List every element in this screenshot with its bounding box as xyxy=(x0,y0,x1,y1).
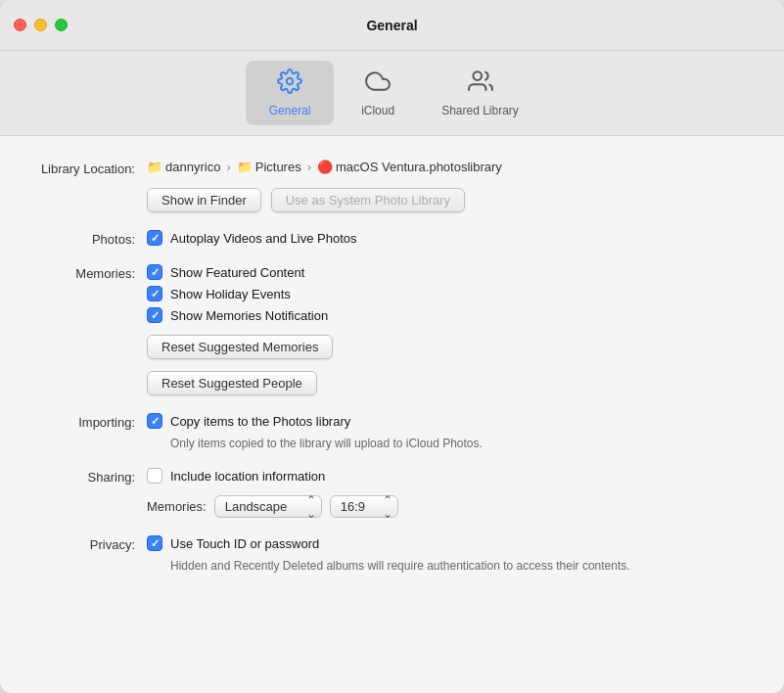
gear-icon xyxy=(277,69,302,100)
sharing-memories-label: Memories: xyxy=(147,499,207,514)
checkmark-icon: ✓ xyxy=(151,310,160,321)
library-location-section: Library Location: 📁 dannyrico › 📁 Pictur… xyxy=(39,160,745,212)
library-location-content: 📁 dannyrico › 📁 Pictures › 🔴 macOS Ventu… xyxy=(147,160,745,212)
window-title: General xyxy=(366,18,417,33)
memories-notification-label: Show Memories Notification xyxy=(170,308,328,323)
user-folder-icon: 📁 xyxy=(147,160,162,174)
checkmark-icon: ✓ xyxy=(151,267,160,278)
privacy-label: Privacy: xyxy=(39,535,147,552)
memories-notification-row: ✓ Show Memories Notification xyxy=(147,307,745,323)
featured-content-checkbox[interactable]: ✓ xyxy=(147,264,162,280)
copy-items-subtext: Only items copied to the library will up… xyxy=(170,437,745,450)
photos-library-icon: 🔴 xyxy=(317,160,333,174)
titlebar: General xyxy=(0,0,784,51)
memories-section: Memories: ✓ Show Featured Content ✓ Show… xyxy=(39,264,745,395)
memories-content: ✓ Show Featured Content ✓ Show Holiday E… xyxy=(147,264,745,395)
holiday-events-label: Show Holiday Events xyxy=(170,287,291,301)
library-location-label: Library Location: xyxy=(39,160,147,176)
checkmark-icon: ✓ xyxy=(151,416,160,427)
include-location-label: Include location information xyxy=(170,469,325,484)
tab-shared-library-label: Shared Library xyxy=(441,104,519,117)
photos-section: Photos: ✓ Autoplay Videos and Live Photo… xyxy=(39,230,745,247)
importing-content: ✓ Copy items to the Photos library Only … xyxy=(147,413,745,450)
copy-items-row: ✓ Copy items to the Photos library xyxy=(147,413,745,429)
traffic-lights xyxy=(14,19,68,31)
tab-icloud-label: iCloud xyxy=(361,104,394,117)
landscape-select-wrapper: Landscape Portrait Square ⌃⌄ xyxy=(214,495,322,518)
reset-suggested-memories-button[interactable]: Reset Suggested Memories xyxy=(147,335,333,359)
use-as-system-photo-library-button[interactable]: Use as System Photo Library xyxy=(271,188,465,212)
toolbar: General iCloud Shared Library xyxy=(0,51,784,136)
autoplay-label: Autoplay Videos and Live Photos xyxy=(170,231,357,246)
privacy-section: Privacy: ✓ Use Touch ID or password Hidd… xyxy=(39,535,745,573)
autoplay-checkbox[interactable]: ✓ xyxy=(147,230,162,246)
touch-id-row: ✓ Use Touch ID or password xyxy=(147,535,745,551)
close-button[interactable] xyxy=(14,19,26,31)
icloud-icon xyxy=(365,69,391,100)
touch-id-label: Use Touch ID or password xyxy=(170,536,319,551)
show-in-finder-button[interactable]: Show in Finder xyxy=(147,188,261,212)
sharing-label: Sharing: xyxy=(39,468,147,485)
include-location-row: Include location information xyxy=(147,468,745,484)
main-window: General General iCloud xyxy=(0,0,784,693)
privacy-content: ✓ Use Touch ID or password Hidden and Re… xyxy=(147,535,745,573)
holiday-events-checkbox[interactable]: ✓ xyxy=(147,286,162,301)
reset-people-button-container: Reset Suggested People xyxy=(147,371,745,395)
checkmark-icon: ✓ xyxy=(151,233,160,244)
library-path: 📁 dannyrico › 📁 Pictures › 🔴 macOS Ventu… xyxy=(147,160,745,174)
copy-items-checkbox[interactable]: ✓ xyxy=(147,413,162,429)
autoplay-row: ✓ Autoplay Videos and Live Photos xyxy=(147,230,745,246)
path-library: 🔴 macOS Ventura.photoslibrary xyxy=(317,160,502,174)
ratio-select[interactable]: 16:9 4:3 1:1 xyxy=(330,495,398,518)
memories-label: Memories: xyxy=(39,264,147,281)
copy-items-label: Copy items to the Photos library xyxy=(170,414,350,429)
reset-suggested-people-button[interactable]: Reset Suggested People xyxy=(147,371,317,395)
tab-general[interactable]: General xyxy=(246,61,334,125)
path-pictures: 📁 Pictures xyxy=(237,160,301,174)
pictures-folder-icon: 📁 xyxy=(237,160,253,174)
photos-label: Photos: xyxy=(39,230,147,247)
importing-label: Importing: xyxy=(39,413,147,430)
tab-shared-library[interactable]: Shared Library xyxy=(422,61,538,125)
tab-general-label: General xyxy=(269,104,311,117)
ratio-select-wrapper: 16:9 4:3 1:1 ⌃⌄ xyxy=(330,495,398,518)
sharing-memories-row: Memories: Landscape Portrait Square ⌃⌄ 1… xyxy=(147,495,745,518)
tab-icloud[interactable]: iCloud xyxy=(334,61,422,125)
sharing-content: Include location information Memories: L… xyxy=(147,468,745,518)
path-user: 📁 dannyrico xyxy=(147,160,220,174)
shared-library-icon xyxy=(468,69,493,100)
path-separator-1: › xyxy=(226,160,230,174)
settings-content: Library Location: 📁 dannyrico › 📁 Pictur… xyxy=(0,136,784,693)
svg-point-0 xyxy=(287,78,294,85)
featured-content-label: Show Featured Content xyxy=(170,265,304,280)
holiday-events-row: ✓ Show Holiday Events xyxy=(147,286,745,301)
touch-id-subtext: Hidden and Recently Deleted albums will … xyxy=(170,559,745,573)
maximize-button[interactable] xyxy=(55,19,68,31)
photos-content: ✓ Autoplay Videos and Live Photos xyxy=(147,230,745,246)
landscape-select[interactable]: Landscape Portrait Square xyxy=(214,495,322,518)
importing-section: Importing: ✓ Copy items to the Photos li… xyxy=(39,413,745,450)
include-location-checkbox[interactable] xyxy=(147,468,162,484)
minimize-button[interactable] xyxy=(34,19,47,31)
sharing-section: Sharing: Include location information Me… xyxy=(39,468,745,518)
library-buttons: Show in Finder Use as System Photo Libra… xyxy=(147,188,745,212)
svg-point-1 xyxy=(473,71,482,80)
touch-id-checkbox[interactable]: ✓ xyxy=(147,535,162,551)
featured-content-row: ✓ Show Featured Content xyxy=(147,264,745,280)
checkmark-icon: ✓ xyxy=(151,538,160,549)
path-separator-2: › xyxy=(307,160,311,174)
checkmark-icon: ✓ xyxy=(151,289,160,300)
memories-notification-checkbox[interactable]: ✓ xyxy=(147,307,162,323)
reset-buttons: Reset Suggested Memories xyxy=(147,335,745,365)
